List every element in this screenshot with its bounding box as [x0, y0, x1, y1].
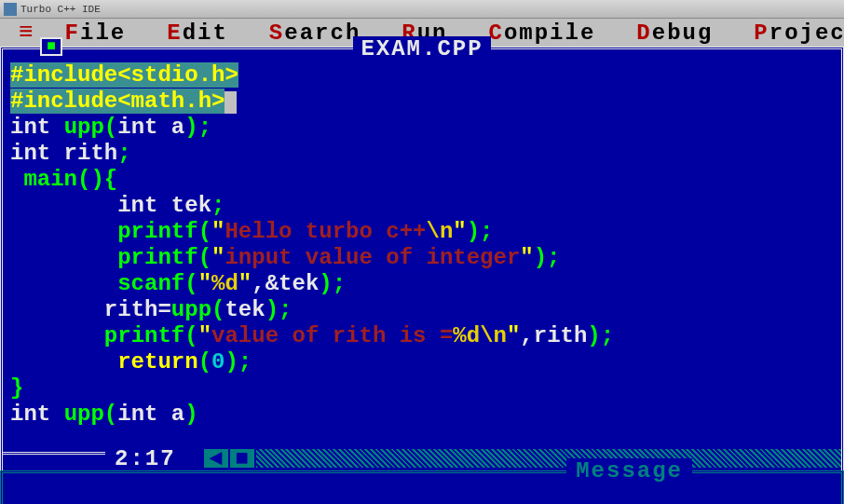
close-icon[interactable]: ■	[40, 37, 62, 56]
code-editor[interactable]: #include<stdio.h> #include<math.h> int u…	[3, 49, 841, 431]
window-title: Turbo C++ IDE	[20, 4, 101, 15]
scroll-left-icon[interactable]: ◄	[204, 449, 228, 468]
status-line: 2:17 ◄ ■	[3, 446, 841, 470]
message-panel-title: Message	[566, 458, 692, 484]
horizontal-scrollbar[interactable]	[256, 449, 841, 468]
scroll-thumb[interactable]: ■	[230, 449, 254, 468]
editor-window: ■ EXAM.CPP #include<stdio.h> #include<ma…	[0, 47, 844, 470]
text-cursor	[225, 91, 237, 114]
message-panel: Message	[0, 470, 844, 504]
window-icon	[4, 3, 17, 16]
cursor-position: 2:17	[105, 446, 185, 471]
editor-filename: EXAM.CPP	[353, 36, 490, 61]
selected-text: #include<stdio.h>	[10, 62, 238, 88]
selected-text: #include<math.h>	[10, 89, 225, 114]
window-titlebar: Turbo C++ IDE	[0, 0, 844, 19]
